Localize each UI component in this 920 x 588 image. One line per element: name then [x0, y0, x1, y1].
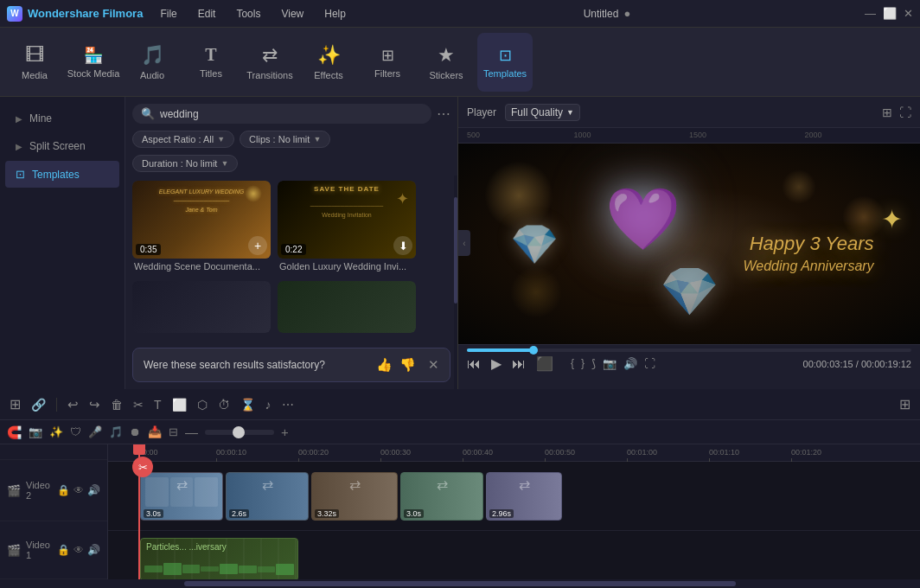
v2-eye-icon[interactable]: 👁	[73, 484, 84, 496]
thumbup-btn[interactable]: 👍	[376, 357, 393, 373]
clip-v2-4[interactable]: ⇄ 3.0s	[400, 472, 483, 521]
clip-v2-2[interactable]: ⇄ 2.6s	[226, 472, 309, 521]
bottom-scrollbar[interactable]	[0, 579, 920, 588]
prev-frame-btn[interactable]: ⏮	[467, 356, 481, 372]
aspect-ratio-label: Aspect Ratio : All	[142, 134, 214, 144]
zoom-slider[interactable]	[205, 430, 274, 435]
nav-templates[interactable]: ⊡ Templates	[5, 161, 119, 188]
toolbar-transitions[interactable]: ⇄ Transitions	[242, 33, 297, 92]
record-btn[interactable]: ⏺	[130, 425, 141, 438]
win-close[interactable]: ✕	[904, 7, 913, 20]
grid-view-icon[interactable]: ⊞	[882, 105, 892, 119]
add-template-1-btn[interactable]: +	[248, 236, 267, 255]
snapshot-icon[interactable]: 📷	[603, 357, 617, 370]
menu-tools[interactable]: Tools	[233, 6, 264, 22]
scroll-thumb-h[interactable]	[184, 581, 736, 586]
link-btn[interactable]: 🔗	[29, 395, 48, 414]
toolbar-effects[interactable]: ✨ Effects	[301, 33, 356, 92]
more-tl-btn[interactable]: ⋯	[279, 395, 297, 414]
win-minimize[interactable]: —	[865, 7, 876, 20]
color-btn[interactable]: ⬡	[195, 395, 210, 414]
menu-edit[interactable]: Edit	[195, 6, 220, 22]
undo-btn[interactable]: ↩	[65, 394, 81, 415]
toolbar-stock-media[interactable]: 🏪 Stock Media	[66, 33, 121, 92]
v2-lock-icon[interactable]: 🔒	[57, 484, 70, 496]
delete-btn[interactable]: 🗑	[108, 395, 125, 414]
stop-btn[interactable]: ⬛	[536, 355, 553, 372]
toolbar-media[interactable]: 🎞 Media	[7, 33, 62, 92]
play-pause-btn[interactable]: ▶	[491, 355, 502, 372]
feedback-close-btn[interactable]: ✕	[428, 357, 439, 373]
heart-left: 💎	[510, 221, 559, 267]
duration-btn[interactable]: ⌛	[238, 395, 258, 414]
toolbar-titles[interactable]: T Titles	[183, 33, 239, 92]
progress-fill	[467, 348, 533, 352]
split-track-btn[interactable]: ⊟	[169, 425, 178, 438]
import-btn[interactable]: 📥	[148, 425, 162, 438]
zoom-thumb[interactable]	[233, 426, 245, 438]
menu-view[interactable]: View	[278, 6, 307, 22]
redo-btn[interactable]: ↪	[86, 394, 103, 415]
volume-icon[interactable]: 🔊	[623, 357, 637, 370]
quality-select[interactable]: Full Quality ▼	[505, 104, 580, 121]
thumbdown-btn[interactable]: 👎	[399, 357, 416, 373]
playhead-handle[interactable]	[133, 444, 145, 455]
toolbar-templates[interactable]: ⊡ Templates	[477, 33, 533, 92]
fullscreen-ctrl-icon[interactable]: ⛶	[644, 357, 655, 370]
progress-bar[interactable]	[467, 348, 911, 352]
text-btn[interactable]: T	[151, 395, 164, 414]
cut-btn[interactable]: ✂	[131, 395, 146, 414]
search-input[interactable]	[160, 108, 423, 120]
mic-btn[interactable]: 🎤	[88, 425, 102, 438]
camera-track-btn[interactable]: 📷	[29, 425, 42, 438]
plus-btn[interactable]: +	[281, 425, 289, 439]
split-icon[interactable]: ⟆	[591, 357, 596, 370]
nav-split-screen[interactable]: ▶ Split Screen	[5, 133, 119, 159]
collapse-panel-btn[interactable]: ‹	[458, 230, 470, 256]
fullscreen-icon[interactable]: ⛶	[899, 105, 911, 119]
template-card-3[interactable]	[132, 281, 271, 333]
speed-btn[interactable]: ⏱	[215, 395, 233, 414]
music-btn[interactable]: 🎵	[109, 425, 123, 438]
v1-lock-icon[interactable]: 🔒	[57, 544, 70, 556]
minus-btn[interactable]: —	[185, 425, 198, 439]
more-options-btn[interactable]: ⋯	[437, 105, 450, 122]
left-nav: ▶ Mine ▶ Split Screen ⊡ Templates	[0, 97, 125, 389]
progress-thumb[interactable]	[529, 346, 538, 355]
aspect-ratio-filter[interactable]: Aspect Ratio : All ▼	[132, 131, 234, 148]
template-card-4[interactable]	[278, 281, 416, 333]
clip-v2-3[interactable]: ⇄ 3.32s	[311, 472, 398, 521]
template-thumb-3	[132, 281, 271, 333]
template-card-1[interactable]: ELEGANT LUXURY WEDDING─────────────Jane …	[132, 181, 271, 274]
mark-in-icon[interactable]: {	[571, 357, 574, 370]
clip-v1-template[interactable]: Particles... ...iversary Clos	[140, 538, 298, 579]
clip-v2-1[interactable]: ⇄ 3.0s	[140, 472, 223, 521]
download-template-2-btn[interactable]: ⬇	[393, 236, 412, 255]
snap-magnet-btn[interactable]: 🧲	[7, 425, 22, 439]
toolbar-stickers[interactable]: ★ Stickers	[418, 33, 474, 92]
layout-grid-btn[interactable]: ⊞	[897, 393, 913, 415]
clips-filter[interactable]: Clips : No limit ▼	[240, 131, 330, 148]
media-icon: 🎞	[25, 44, 44, 67]
template-card-2[interactable]: SAVE THE DATE ─────────────────Wedding I…	[278, 181, 416, 274]
next-frame-btn[interactable]: ⏭	[512, 356, 526, 372]
mark-out-icon[interactable]: }	[581, 357, 585, 370]
toolbar-filters[interactable]: ⊞ Filters	[360, 33, 415, 92]
duration-filter[interactable]: Duration : No limit ▼	[132, 155, 238, 172]
shield-btn[interactable]: 🛡	[70, 425, 81, 438]
win-maximize[interactable]: ⬜	[883, 7, 897, 20]
snap-btn[interactable]: ⊞	[7, 393, 23, 415]
left-scroll-thumb[interactable]	[454, 197, 457, 304]
nav-mine[interactable]: ▶ Mine	[5, 105, 119, 131]
menu-file[interactable]: File	[157, 6, 180, 22]
crop-btn[interactable]: ⬜	[169, 395, 189, 414]
v1-eye-icon[interactable]: 👁	[73, 544, 84, 556]
v2-audio-icon[interactable]: 🔊	[87, 484, 100, 496]
audio-btn[interactable]: ♪	[263, 395, 274, 414]
menu-help[interactable]: Help	[321, 6, 349, 22]
clip-v2-5[interactable]: ⇄ 2.96s	[486, 472, 562, 521]
v1-audio-icon[interactable]: 🔊	[87, 544, 100, 556]
effects-track-btn[interactable]: ✨	[49, 425, 63, 438]
toolbar-audio[interactable]: 🎵 Audio	[125, 33, 180, 92]
scissors-btn[interactable]: ✂	[132, 457, 153, 477]
